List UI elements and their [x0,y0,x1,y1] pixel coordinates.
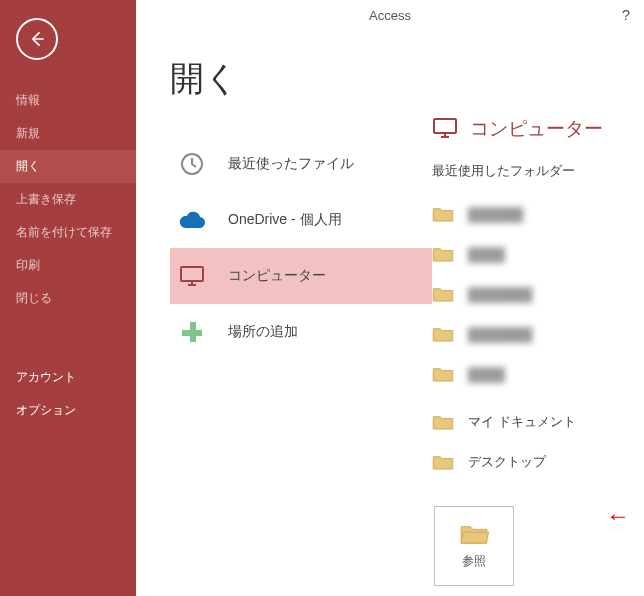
folder-icon [432,206,454,222]
folder-name: ████ [468,367,505,382]
sidebar-item-6[interactable]: 閉じる [0,282,136,315]
sidebar-bottom-item-0[interactable]: アカウント [0,361,136,394]
sidebar-item-0[interactable]: 情報 [0,84,136,117]
arrow-left-icon [27,29,47,49]
location-label: 最近使ったファイル [228,155,354,173]
recent-folder-row[interactable]: ██████ [432,194,644,234]
cloud-icon [178,206,206,234]
browse-button[interactable]: 参照 [434,506,514,586]
app-title: Access [136,8,644,23]
recent-folder-row[interactable]: ███████ [432,314,644,354]
sidebar-bottom-item-1[interactable]: オプション [0,394,136,427]
sidebar-item-2[interactable]: 開く [0,150,136,183]
recent-folders-label: 最近使用したフォルダー [432,162,644,180]
annotation-arrow: ← [606,502,630,530]
folder-icon [432,246,454,262]
sidebar-item-5[interactable]: 印刷 [0,249,136,282]
folder-name: ████ [468,247,505,262]
location-item-plus[interactable]: 場所の追加 [170,304,432,360]
folder-name: デスクトップ [468,453,546,471]
fixed-folder-row[interactable]: デスクトップ [432,442,644,482]
folder-name: ██████ [468,207,523,222]
monitor-icon [178,262,206,290]
plus-icon [178,318,206,346]
location-label: コンピューター [228,267,326,285]
location-label: 場所の追加 [228,323,298,341]
folder-name: ███████ [468,327,532,342]
right-panel-title: コンピューター [470,116,603,142]
location-item-cloud[interactable]: OneDrive - 個人用 [170,192,432,248]
svg-rect-1 [181,267,203,281]
folder-icon [432,286,454,302]
location-label: OneDrive - 個人用 [228,211,342,229]
folder-icon [432,326,454,342]
folder-name: ███████ [468,287,532,302]
sidebar-item-4[interactable]: 名前を付けて保存 [0,216,136,249]
folder-open-icon [459,523,489,545]
location-item-clock[interactable]: 最近使ったファイル [170,136,432,192]
monitor-icon [432,117,458,142]
clock-icon [178,150,206,178]
sidebar-item-1[interactable]: 新規 [0,117,136,150]
folder-icon [432,454,454,470]
recent-folder-row[interactable]: ███████ [432,274,644,314]
folder-icon [432,414,454,430]
folder-name: マイ ドキュメント [468,413,576,431]
svg-rect-2 [434,119,456,133]
back-button[interactable] [16,18,58,60]
browse-label: 参照 [462,553,486,570]
help-button[interactable]: ? [622,6,630,23]
page-title: 開く [170,56,432,102]
location-item-monitor[interactable]: コンピューター [170,248,432,304]
sidebar-item-3[interactable]: 上書き保存 [0,183,136,216]
folder-icon [432,366,454,382]
recent-folder-row[interactable]: ████ [432,354,644,394]
recent-folder-row[interactable]: ████ [432,234,644,274]
fixed-folder-row[interactable]: マイ ドキュメント [432,402,644,442]
